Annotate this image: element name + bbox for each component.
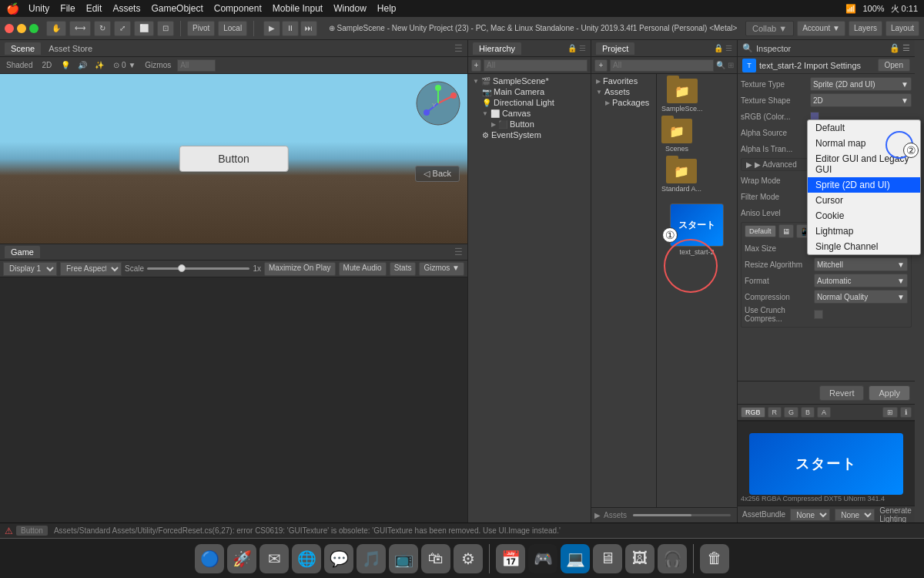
apply-button[interactable]: Apply [869,385,910,401]
tab-asset-store[interactable]: Asset Store [42,42,99,55]
menu-component[interactable]: Component [214,3,262,14]
pivot-button[interactable]: Pivot [187,21,215,36]
inspector-menu-icon[interactable]: ☰ [902,43,910,53]
project-add-btn[interactable]: + [594,59,608,72]
scene-panel-menu[interactable]: ☰ [454,43,463,54]
resize-algo-dropdown[interactable]: Mitchell ▼ [814,257,908,271]
hand-tool[interactable]: ✋ [46,21,66,36]
account-button[interactable]: Account ▼ [797,21,845,36]
dock-terminal[interactable]: 🖥 [593,544,622,573]
inspector-lock-icon[interactable]: 🔒 [889,43,900,53]
assets-scroll[interactable] [633,514,731,516]
menu-help[interactable]: Help [377,3,397,14]
maximize-window-btn[interactable] [29,24,38,33]
dock-appstore[interactable]: 🛍 [421,544,450,573]
mute-audio[interactable]: Mute Audio [339,262,387,276]
game-panel-menu[interactable]: ☰ [454,247,463,257]
tab-project[interactable]: Project [596,42,634,55]
project-view-toggle[interactable]: ⊞ [728,61,734,69]
vfx-btn[interactable]: ✨ [92,60,107,70]
menu-assets[interactable]: Assets [112,3,140,14]
tree-assets[interactable]: ▼ Assets [593,86,654,97]
dock-music[interactable]: 🎵 [357,544,386,573]
hierarchy-item-eventsystem[interactable]: ⚙ EventSystem [470,129,589,140]
asset-bundle-dropdown[interactable]: None [790,509,830,521]
compression-dropdown[interactable]: Normal Quality ▼ [814,290,908,304]
audio-btn[interactable]: 🔊 [75,60,90,70]
dropdown-item-singlechannel[interactable]: Single Channel [808,239,920,254]
tab-scene[interactable]: Scene [5,42,41,55]
texture-type-dropdown[interactable]: Sprite (2D and UI) ▼ [810,77,912,91]
apple-menu[interactable]: 🍎 [6,2,19,15]
tab-game[interactable]: Game [5,246,40,258]
rotate-tool[interactable]: ↻ [94,21,111,36]
hierarchy-lock-icon[interactable]: 🔒 [567,44,577,52]
dropdown-item-cursor[interactable]: Cursor [808,193,920,208]
channel-expand[interactable]: ⊞ [882,407,898,418]
menu-gameobject[interactable]: GameObject [151,3,203,14]
dock-launchpad[interactable]: 🚀 [227,544,256,573]
pause-button[interactable]: ⏸ [282,21,299,36]
channel-info[interactable]: ℹ [900,407,912,418]
open-button[interactable]: Open [878,59,910,72]
tree-packages[interactable]: ▶ Packages [593,97,654,108]
hierarchy-search-input[interactable] [484,59,588,72]
format-dropdown[interactable]: Automatic ▼ [814,274,908,287]
dock-trash[interactable]: 🗑 [700,544,729,573]
asset-bundle-variant-dropdown[interactable]: None [835,509,875,521]
hierarchy-item-button[interactable]: ▶ ⬛ Button [470,119,589,129]
scale-slider[interactable] [147,267,249,270]
channel-g[interactable]: G [784,407,798,418]
dock-mail[interactable]: ✉ [259,544,289,573]
local-button[interactable]: Local [218,21,247,36]
dropdown-item-lightmap[interactable]: Lightmap [808,223,920,239]
dock-vscode[interactable]: 💻 [561,544,590,573]
hierarchy-item-directional-light[interactable]: 💡 Directional Light [470,97,589,108]
scale-tool[interactable]: ⤢ [114,21,131,36]
default-platform-btn[interactable]: Default [745,225,776,237]
play-button[interactable]: ▶ [263,21,280,36]
rect-tool[interactable]: ⬜ [134,21,154,36]
scene-search-input[interactable] [177,59,216,72]
transform-tool[interactable]: ⊡ [157,21,174,36]
hierarchy-menu-icon[interactable]: ☰ [579,44,586,52]
project-search-input[interactable] [610,59,714,72]
dock-unity[interactable]: 🎮 [528,544,557,573]
layers-button[interactable]: Layers [849,21,882,36]
dropdown-item-sprite[interactable]: Sprite (2D and UI) [808,177,920,193]
hierarchy-item-canvas[interactable]: ▼ ⬜ Canvas [470,108,589,119]
dock-finder[interactable]: 🔵 [195,544,224,573]
project-menu-icon[interactable]: ☰ [725,44,732,52]
menu-window[interactable]: Window [333,3,367,14]
channel-b[interactable]: B [801,407,815,418]
aspect-select[interactable]: Free Aspect [60,262,122,276]
2d-toggle[interactable]: 2D [38,60,55,70]
project-lock-icon[interactable]: 🔒 [714,44,723,52]
dock-tv[interactable]: 📺 [389,544,418,573]
folder-scenes[interactable]: 📁 Scenes [660,117,694,154]
tab-hierarchy[interactable]: Hierarchy [473,42,521,55]
dock-chrome[interactable]: 🌐 [292,544,321,573]
minimize-window-btn[interactable] [17,24,26,33]
display-select[interactable]: Display 1 [3,262,57,276]
pc-platform-btn[interactable]: 🖥 [778,224,794,238]
hierarchy-add-btn[interactable]: + [471,59,481,72]
folder-samplescene[interactable]: 📁 SampleSce... [660,77,705,114]
shading-dropdown[interactable]: Shaded [3,60,35,70]
maximize-on-play[interactable]: Maximize On Play [264,262,336,276]
gizmos-btn[interactable]: Gizmos [142,60,174,70]
dock-settings[interactable]: ⚙ [454,544,483,573]
folder-standard[interactable]: 📁 Standard A... [660,157,703,194]
use-crunch-checkbox[interactable] [814,310,823,319]
dropdown-item-cookie[interactable]: Cookie [808,208,920,223]
menu-mobile-input[interactable]: Mobile Input [273,3,323,14]
channel-a[interactable]: A [817,407,831,418]
hierarchy-item-main-camera[interactable]: 📷 Main Camera [470,86,589,97]
game-gizmos-btn[interactable]: Gizmos ▼ [419,262,464,276]
dropdown-item-default[interactable]: Default [808,120,920,136]
channel-r[interactable]: R [768,407,782,418]
revert-button[interactable]: Revert [819,385,864,401]
menu-file[interactable]: File [60,3,75,14]
hierarchy-scene-item[interactable]: ▼ 🎬 SampleScene* [470,76,589,86]
lighting-btn[interactable]: 💡 [58,60,73,70]
